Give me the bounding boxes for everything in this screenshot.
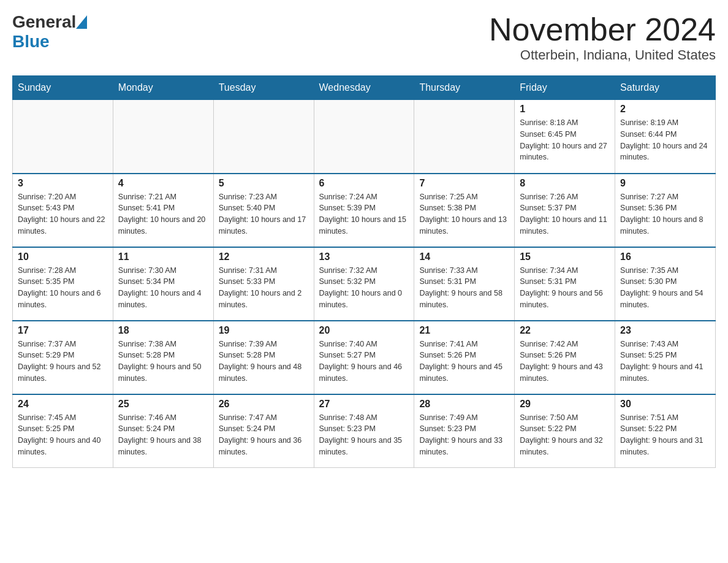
day-number: 16 — [620, 251, 710, 262]
day-info: Sunrise: 7:23 AM Sunset: 5:40 PM Dayligh… — [219, 191, 309, 237]
calendar-header-row: Sunday Monday Tuesday Wednesday Thursday… — [13, 76, 716, 100]
calendar-cell: 24Sunrise: 7:45 AM Sunset: 5:25 PM Dayli… — [13, 394, 113, 468]
day-info: Sunrise: 7:31 AM Sunset: 5:33 PM Dayligh… — [219, 265, 309, 311]
col-monday: Monday — [113, 76, 213, 100]
day-number: 20 — [319, 325, 409, 336]
day-number: 7 — [419, 178, 509, 189]
calendar-cell: 23Sunrise: 7:43 AM Sunset: 5:25 PM Dayli… — [615, 321, 716, 394]
day-info: Sunrise: 7:33 AM Sunset: 5:31 PM Dayligh… — [419, 265, 509, 311]
day-info: Sunrise: 7:48 AM Sunset: 5:23 PM Dayligh… — [319, 412, 409, 458]
calendar-title-block: November 2024 Otterbein, Indiana, United… — [489, 12, 716, 63]
calendar-cell: 19Sunrise: 7:39 AM Sunset: 5:28 PM Dayli… — [213, 321, 314, 394]
day-number: 15 — [520, 251, 610, 262]
calendar-cell: 17Sunrise: 7:37 AM Sunset: 5:29 PM Dayli… — [13, 321, 113, 394]
calendar-cell: 13Sunrise: 7:32 AM Sunset: 5:32 PM Dayli… — [314, 247, 414, 321]
col-friday: Friday — [515, 76, 615, 100]
day-number: 27 — [319, 399, 409, 410]
day-number: 12 — [219, 251, 309, 262]
day-info: Sunrise: 8:19 AM Sunset: 6:44 PM Dayligh… — [620, 117, 710, 163]
col-thursday: Thursday — [414, 76, 515, 100]
day-info: Sunrise: 7:27 AM Sunset: 5:36 PM Dayligh… — [620, 191, 710, 237]
day-info: Sunrise: 7:20 AM Sunset: 5:43 PM Dayligh… — [18, 191, 108, 237]
week-row-5: 24Sunrise: 7:45 AM Sunset: 5:25 PM Dayli… — [13, 394, 716, 468]
day-number: 26 — [219, 399, 309, 410]
col-tuesday: Tuesday — [213, 76, 314, 100]
calendar-cell: 11Sunrise: 7:30 AM Sunset: 5:34 PM Dayli… — [113, 247, 213, 321]
svg-marker-0 — [76, 15, 87, 29]
calendar-table: Sunday Monday Tuesday Wednesday Thursday… — [12, 75, 716, 468]
day-number: 25 — [118, 399, 208, 410]
day-info: Sunrise: 7:26 AM Sunset: 5:37 PM Dayligh… — [520, 191, 610, 237]
day-number: 4 — [118, 178, 208, 189]
day-number: 3 — [18, 178, 108, 189]
calendar-cell: 22Sunrise: 7:42 AM Sunset: 5:26 PM Dayli… — [515, 321, 615, 394]
day-info: Sunrise: 7:30 AM Sunset: 5:34 PM Dayligh… — [118, 265, 208, 311]
calendar-cell — [414, 100, 515, 174]
day-number: 11 — [118, 251, 208, 262]
calendar-cell — [314, 100, 414, 174]
day-info: Sunrise: 8:18 AM Sunset: 6:45 PM Dayligh… — [520, 117, 610, 163]
calendar-cell: 30Sunrise: 7:51 AM Sunset: 5:22 PM Dayli… — [615, 394, 716, 468]
calendar-cell: 18Sunrise: 7:38 AM Sunset: 5:28 PM Dayli… — [113, 321, 213, 394]
calendar-cell: 26Sunrise: 7:47 AM Sunset: 5:24 PM Dayli… — [213, 394, 314, 468]
day-info: Sunrise: 7:41 AM Sunset: 5:26 PM Dayligh… — [419, 339, 509, 385]
calendar-cell: 2Sunrise: 8:19 AM Sunset: 6:44 PM Daylig… — [615, 100, 716, 174]
day-info: Sunrise: 7:43 AM Sunset: 5:25 PM Dayligh… — [620, 339, 710, 385]
day-number: 19 — [219, 325, 309, 336]
calendar-cell: 15Sunrise: 7:34 AM Sunset: 5:31 PM Dayli… — [515, 247, 615, 321]
day-info: Sunrise: 7:24 AM Sunset: 5:39 PM Dayligh… — [319, 191, 409, 237]
calendar-cell: 16Sunrise: 7:35 AM Sunset: 5:30 PM Dayli… — [615, 247, 716, 321]
day-number: 23 — [620, 325, 710, 336]
day-number: 13 — [319, 251, 409, 262]
day-info: Sunrise: 7:39 AM Sunset: 5:28 PM Dayligh… — [219, 339, 309, 385]
calendar-subtitle: Otterbein, Indiana, United States — [489, 47, 716, 63]
day-info: Sunrise: 7:32 AM Sunset: 5:32 PM Dayligh… — [319, 265, 409, 311]
day-info: Sunrise: 7:35 AM Sunset: 5:30 PM Dayligh… — [620, 265, 710, 311]
logo-triangle-icon — [76, 15, 87, 29]
calendar-cell: 29Sunrise: 7:50 AM Sunset: 5:22 PM Dayli… — [515, 394, 615, 468]
day-number: 2 — [620, 104, 710, 115]
col-wednesday: Wednesday — [314, 76, 414, 100]
calendar-cell: 5Sunrise: 7:23 AM Sunset: 5:40 PM Daylig… — [213, 174, 314, 247]
day-info: Sunrise: 7:45 AM Sunset: 5:25 PM Dayligh… — [18, 412, 108, 458]
calendar-cell: 8Sunrise: 7:26 AM Sunset: 5:37 PM Daylig… — [515, 174, 615, 247]
day-number: 29 — [520, 399, 610, 410]
calendar-cell: 7Sunrise: 7:25 AM Sunset: 5:38 PM Daylig… — [414, 174, 515, 247]
day-number: 24 — [18, 399, 108, 410]
page-header: General Blue November 2024 Otterbein, In… — [12, 12, 716, 63]
logo-general-text: General — [12, 12, 76, 32]
calendar-cell: 27Sunrise: 7:48 AM Sunset: 5:23 PM Dayli… — [314, 394, 414, 468]
col-sunday: Sunday — [13, 76, 113, 100]
day-info: Sunrise: 7:37 AM Sunset: 5:29 PM Dayligh… — [18, 339, 108, 385]
calendar-cell — [213, 100, 314, 174]
day-info: Sunrise: 7:21 AM Sunset: 5:41 PM Dayligh… — [118, 191, 208, 237]
week-row-4: 17Sunrise: 7:37 AM Sunset: 5:29 PM Dayli… — [13, 321, 716, 394]
week-row-3: 10Sunrise: 7:28 AM Sunset: 5:35 PM Dayli… — [13, 247, 716, 321]
week-row-1: 1Sunrise: 8:18 AM Sunset: 6:45 PM Daylig… — [13, 100, 716, 174]
col-saturday: Saturday — [615, 76, 716, 100]
day-number: 6 — [319, 178, 409, 189]
day-number: 5 — [219, 178, 309, 189]
calendar-cell — [113, 100, 213, 174]
day-number: 28 — [419, 399, 509, 410]
day-number: 1 — [520, 104, 610, 115]
calendar-cell: 14Sunrise: 7:33 AM Sunset: 5:31 PM Dayli… — [414, 247, 515, 321]
day-info: Sunrise: 7:28 AM Sunset: 5:35 PM Dayligh… — [18, 265, 108, 311]
day-info: Sunrise: 7:34 AM Sunset: 5:31 PM Dayligh… — [520, 265, 610, 311]
day-number: 9 — [620, 178, 710, 189]
calendar-cell: 4Sunrise: 7:21 AM Sunset: 5:41 PM Daylig… — [113, 174, 213, 247]
calendar-title: November 2024 — [489, 12, 716, 47]
calendar-cell: 21Sunrise: 7:41 AM Sunset: 5:26 PM Dayli… — [414, 321, 515, 394]
week-row-2: 3Sunrise: 7:20 AM Sunset: 5:43 PM Daylig… — [13, 174, 716, 247]
day-info: Sunrise: 7:51 AM Sunset: 5:22 PM Dayligh… — [620, 412, 710, 458]
logo-blue-text: Blue — [12, 32, 50, 51]
day-info: Sunrise: 7:46 AM Sunset: 5:24 PM Dayligh… — [118, 412, 208, 458]
calendar-cell: 28Sunrise: 7:49 AM Sunset: 5:23 PM Dayli… — [414, 394, 515, 468]
day-number: 8 — [520, 178, 610, 189]
calendar-cell: 20Sunrise: 7:40 AM Sunset: 5:27 PM Dayli… — [314, 321, 414, 394]
calendar-cell: 3Sunrise: 7:20 AM Sunset: 5:43 PM Daylig… — [13, 174, 113, 247]
day-info: Sunrise: 7:49 AM Sunset: 5:23 PM Dayligh… — [419, 412, 509, 458]
day-number: 18 — [118, 325, 208, 336]
day-info: Sunrise: 7:47 AM Sunset: 5:24 PM Dayligh… — [219, 412, 309, 458]
day-number: 21 — [419, 325, 509, 336]
